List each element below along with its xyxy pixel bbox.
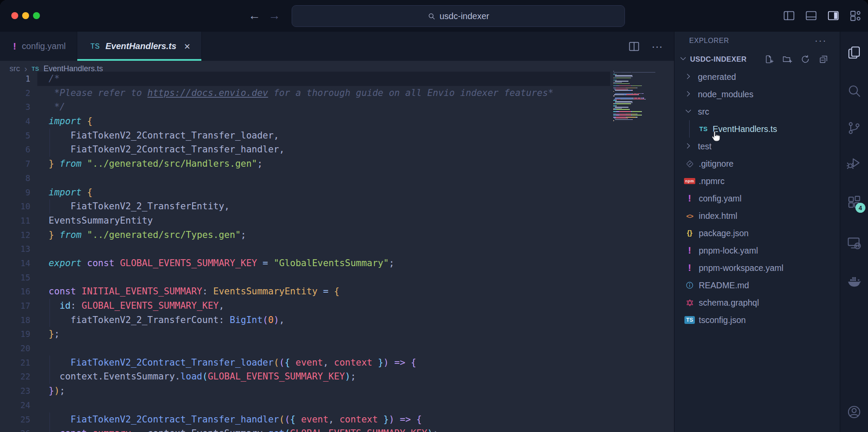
- command-center-search[interactable]: usdc-indexer: [292, 5, 625, 27]
- tree-file-config.yaml[interactable]: !config.yaml: [674, 190, 840, 207]
- code-line-19[interactable]: 19};: [0, 327, 674, 341]
- code-line-17[interactable]: 17 id: GLOBAL_EVENTS_SUMMARY_KEY,: [0, 299, 674, 313]
- tab-close-icon[interactable]: ×: [184, 41, 190, 52]
- line-number: 23: [0, 384, 30, 398]
- tree-folder-generated[interactable]: generated: [674, 68, 840, 86]
- tree-file-tsconfig.json[interactable]: TStsconfig.json: [674, 311, 840, 329]
- code-line-18[interactable]: 18 fiatTokenV2_2_TransferCount: BigInt(0…: [0, 313, 674, 327]
- code-line-25[interactable]: 25 FiatTokenV2_2Contract_Transfer_handle…: [0, 412, 674, 427]
- tree-file-index.html[interactable]: <>index.html: [674, 207, 840, 224]
- search-icon[interactable]: [847, 83, 861, 98]
- code-text: const INITIAL_EVENTS_SUMMARY: EventsSumm…: [49, 284, 339, 299]
- code-line-22[interactable]: 22 context.EventsSummary.load(GLOBAL_EVE…: [0, 369, 674, 384]
- code-line-2[interactable]: 2 *Please refer to https://docs.envio.de…: [0, 86, 674, 100]
- run-and-debug-icon[interactable]: [847, 155, 861, 170]
- tree-file-EventHandlers.ts[interactable]: TSEventHandlers.ts: [674, 120, 840, 138]
- tab-config.yaml[interactable]: !config.yaml: [0, 32, 77, 61]
- code-line-10[interactable]: 10 FiatTokenV2_2_TransferEntity,: [0, 199, 674, 214]
- minimap-line: [613, 94, 666, 95]
- code-line-5[interactable]: 5 FiatTokenV2_2Contract_Transfer_loader,: [0, 129, 674, 143]
- file-label: EventHandlers.ts: [713, 124, 777, 134]
- tree-file-pnpm-workspace.yaml[interactable]: !pnpm-workspace.yaml: [674, 259, 840, 277]
- code-text: FiatTokenV2_2Contract_Transfer_loader(({…: [49, 356, 416, 370]
- file-label: config.yaml: [699, 194, 742, 204]
- account-icon[interactable]: [847, 405, 861, 419]
- new-file-icon[interactable]: [764, 54, 774, 64]
- tree-file-pnpm-lock.yaml[interactable]: !pnpm-lock.yaml: [674, 242, 840, 259]
- split-editor-icon[interactable]: [628, 40, 640, 53]
- more-actions-icon[interactable]: ···: [651, 41, 663, 52]
- code-line-6[interactable]: 6 FiatTokenV2_2Contract_Transfer_handler…: [0, 142, 674, 157]
- window-minimize-button[interactable]: [22, 12, 29, 19]
- tree-indent-guide: [689, 120, 690, 138]
- code-line-13[interactable]: 13: [0, 242, 674, 256]
- project-root-row[interactable]: USDC-INDEXER: [674, 50, 840, 68]
- code-line-24[interactable]: 24: [0, 398, 674, 412]
- code-line-4[interactable]: 4import {: [0, 114, 674, 129]
- minimap-line: [613, 86, 666, 86]
- code-text: /*: [49, 72, 59, 86]
- yaml-exclaim-icon: !: [684, 245, 695, 256]
- tree-folder-node_modules[interactable]: node_modules: [674, 86, 840, 103]
- tree-folder-src[interactable]: src: [674, 103, 840, 120]
- code-line-11[interactable]: 11EventsSummaryEntity: [0, 214, 674, 228]
- minimap[interactable]: [613, 71, 666, 153]
- code-text: FiatTokenV2_2Contract_Transfer_handler((…: [49, 412, 422, 427]
- layout-sidebar-left-icon[interactable]: [783, 9, 796, 22]
- code-line-14[interactable]: 14export const GLOBAL_EVENTS_SUMMARY_KEY…: [0, 256, 674, 270]
- file-label: pnpm-workspace.yaml: [699, 263, 783, 273]
- tab-EventHandlers.ts[interactable]: TSEventHandlers.ts×: [77, 32, 202, 61]
- code-line-12[interactable]: 12} from "../generated/src/Types.gen";: [0, 228, 674, 242]
- tree-file-.gitignore[interactable]: .gitignore: [674, 155, 840, 172]
- code-text: id: GLOBAL_EVENTS_SUMMARY_KEY,: [49, 299, 224, 313]
- code-line-7[interactable]: 7} from "../generated/src/Handlers.gen";: [0, 157, 674, 171]
- explorer-header: EXPLORER ···: [674, 32, 840, 50]
- source-control-icon[interactable]: [847, 121, 861, 135]
- line-number: 21: [0, 356, 30, 370]
- explorer-icon[interactable]: [847, 45, 861, 60]
- code-line-23[interactable]: 23});: [0, 384, 674, 398]
- file-label: .gitignore: [699, 159, 733, 169]
- json-braces-icon: {}: [684, 228, 695, 238]
- tree-file-.npmrc[interactable]: npm.npmrc: [674, 172, 840, 190]
- code-line-9[interactable]: 9import {: [0, 185, 674, 200]
- tree-file-package.json[interactable]: {}package.json: [674, 224, 840, 242]
- line-number: 15: [0, 270, 30, 285]
- folder-label: src: [698, 107, 709, 117]
- window-zoom-button[interactable]: [33, 12, 40, 19]
- explorer-more-icon[interactable]: ···: [815, 39, 827, 43]
- line-number: 17: [0, 299, 30, 313]
- code-line-15[interactable]: 15: [0, 270, 674, 285]
- refresh-icon[interactable]: [800, 54, 810, 64]
- navigate-forward-button[interactable]: →: [268, 10, 280, 22]
- remote-explorer-icon[interactable]: [847, 235, 861, 250]
- code-line-3[interactable]: 3 */: [0, 100, 674, 114]
- navigate-back-button[interactable]: ←: [248, 10, 260, 22]
- minimap-line: [613, 92, 666, 93]
- tree-file-schema.graphql[interactable]: schema.graphql: [674, 294, 840, 311]
- code-editor[interactable]: 1/*2 *Please refer to https://docs.envio…: [0, 72, 674, 432]
- layout-sidebar-right-icon[interactable]: [827, 9, 840, 22]
- collapse-all-icon[interactable]: [819, 54, 829, 64]
- layout-customize-icon[interactable]: [849, 9, 862, 22]
- code-line-1[interactable]: 1/*: [0, 72, 674, 86]
- new-folder-icon[interactable]: [782, 54, 792, 64]
- line-number: 4: [0, 114, 30, 129]
- minimap-line: [613, 93, 666, 94]
- code-line-16[interactable]: 16const INITIAL_EVENTS_SUMMARY: EventsSu…: [0, 284, 674, 299]
- tree-folder-test[interactable]: test: [674, 138, 840, 155]
- tree-file-README.md[interactable]: README.md: [674, 277, 840, 294]
- docker-icon[interactable]: [847, 274, 861, 288]
- code-line-8[interactable]: 8: [0, 171, 674, 185]
- code-line-21[interactable]: 21 FiatTokenV2_2Contract_Transfer_loader…: [0, 356, 674, 370]
- code-line-26[interactable]: 26 const summary = context.EventsSummary…: [0, 426, 674, 432]
- layout-panel-bottom-icon[interactable]: [805, 9, 818, 22]
- code-line-20[interactable]: 20: [0, 341, 674, 356]
- file-label: .npmrc: [699, 176, 725, 186]
- line-number: 7: [0, 157, 30, 171]
- window-close-button[interactable]: [11, 12, 18, 19]
- file-label: README.md: [699, 280, 749, 290]
- minimap-line: [613, 76, 666, 77]
- line-number: 11: [0, 214, 30, 228]
- extensions-icon[interactable]: 4: [847, 195, 861, 210]
